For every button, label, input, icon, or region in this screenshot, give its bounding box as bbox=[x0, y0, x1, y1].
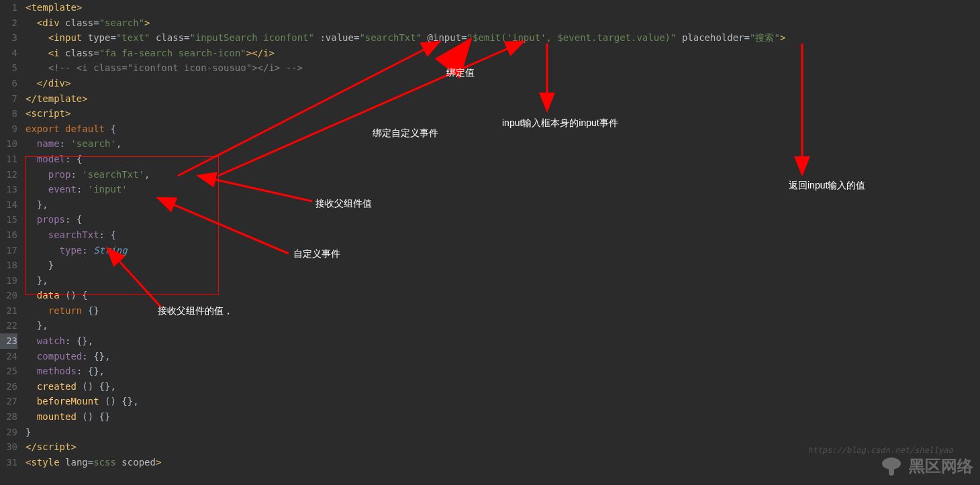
code-line[interactable]: watch: {}, bbox=[26, 333, 980, 349]
line-number: 21 bbox=[0, 303, 17, 319]
code-line[interactable]: computed: {}, bbox=[26, 349, 980, 364]
code-line[interactable]: return {} bbox=[26, 303, 980, 319]
code-line[interactable]: name: 'search', bbox=[26, 136, 980, 152]
line-number: 16 bbox=[0, 227, 17, 243]
line-number: 8 bbox=[0, 106, 17, 121]
code-line[interactable]: <div class="search"> bbox=[26, 15, 980, 31]
code-line[interactable]: mounted () {} bbox=[26, 409, 980, 425]
line-gutter: 1 2 3 4 5 6 7 8 9 10 11 12 13 14 15 16 1… bbox=[0, 0, 23, 485]
svg-rect-10 bbox=[889, 466, 894, 476]
code-content[interactable]: <template> <div class="search"> <input t… bbox=[23, 0, 980, 485]
code-line[interactable]: <template> bbox=[26, 0, 980, 15]
code-line[interactable]: model: { bbox=[26, 152, 980, 167]
code-line[interactable]: }, bbox=[26, 273, 980, 288]
code-line[interactable]: <!-- <i class="iconfont icon-sousuo"></i… bbox=[26, 60, 980, 76]
code-line[interactable]: <script> bbox=[26, 106, 980, 121]
line-number: 28 bbox=[0, 409, 17, 425]
code-line[interactable]: prop: 'searchTxt', bbox=[26, 167, 980, 182]
code-line[interactable]: type: String bbox=[26, 243, 980, 258]
line-number: 30 bbox=[0, 439, 17, 455]
line-number: 2 bbox=[0, 15, 17, 31]
line-number: 24 bbox=[0, 349, 17, 364]
line-number: 31 bbox=[0, 455, 17, 470]
line-number-current: 23 bbox=[0, 333, 17, 349]
line-number: 14 bbox=[0, 197, 17, 213]
line-number: 27 bbox=[0, 394, 17, 409]
line-number: 1 bbox=[0, 0, 17, 15]
line-number: 20 bbox=[0, 288, 17, 303]
watermark-url: https://blog.csdn.net/shellyao bbox=[807, 445, 953, 455]
code-line[interactable]: event: 'input' bbox=[26, 182, 980, 197]
code-line[interactable]: <i class="fa fa-search search-icon"></i> bbox=[26, 46, 980, 61]
line-number: 18 bbox=[0, 258, 17, 273]
code-editor: 1 2 3 4 5 6 7 8 9 10 11 12 13 14 15 16 1… bbox=[0, 0, 980, 485]
code-line[interactable]: }, bbox=[26, 197, 980, 213]
line-number: 11 bbox=[0, 152, 17, 167]
line-number: 17 bbox=[0, 243, 17, 258]
code-line[interactable]: } bbox=[26, 258, 980, 273]
line-number: 10 bbox=[0, 136, 17, 152]
line-number: 29 bbox=[0, 425, 17, 440]
code-line[interactable]: } bbox=[26, 425, 980, 440]
line-number: 12 bbox=[0, 167, 17, 182]
code-line[interactable]: <input type="text" class="inputSearch ic… bbox=[26, 30, 980, 46]
code-line[interactable]: data () { bbox=[26, 288, 980, 303]
code-line[interactable]: </template> bbox=[26, 91, 980, 107]
line-number: 4 bbox=[0, 46, 17, 61]
line-number: 25 bbox=[0, 364, 17, 379]
line-number: 5 bbox=[0, 60, 17, 76]
code-line[interactable]: searchTxt: { bbox=[26, 227, 980, 243]
code-line[interactable]: }, bbox=[26, 318, 980, 333]
code-line[interactable]: created () {}, bbox=[26, 379, 980, 394]
mushroom-icon bbox=[879, 454, 903, 478]
line-number: 3 bbox=[0, 30, 17, 46]
code-line[interactable]: methods: {}, bbox=[26, 364, 980, 379]
line-number: 22 bbox=[0, 318, 17, 333]
line-number: 9 bbox=[0, 121, 17, 137]
line-number: 19 bbox=[0, 273, 17, 288]
line-number: 7 bbox=[0, 91, 17, 107]
code-line[interactable]: props: { bbox=[26, 212, 980, 227]
line-number: 26 bbox=[0, 379, 17, 394]
line-number: 13 bbox=[0, 182, 17, 197]
code-line[interactable]: beforeMount () {}, bbox=[26, 394, 980, 409]
watermark: 黑区网络 bbox=[879, 454, 973, 478]
code-line[interactable]: </div> bbox=[26, 76, 980, 91]
code-line[interactable]: export default { bbox=[26, 121, 980, 137]
code-line[interactable]: <style lang=scss scoped> bbox=[26, 455, 980, 470]
line-number: 6 bbox=[0, 76, 17, 91]
line-number: 15 bbox=[0, 212, 17, 227]
